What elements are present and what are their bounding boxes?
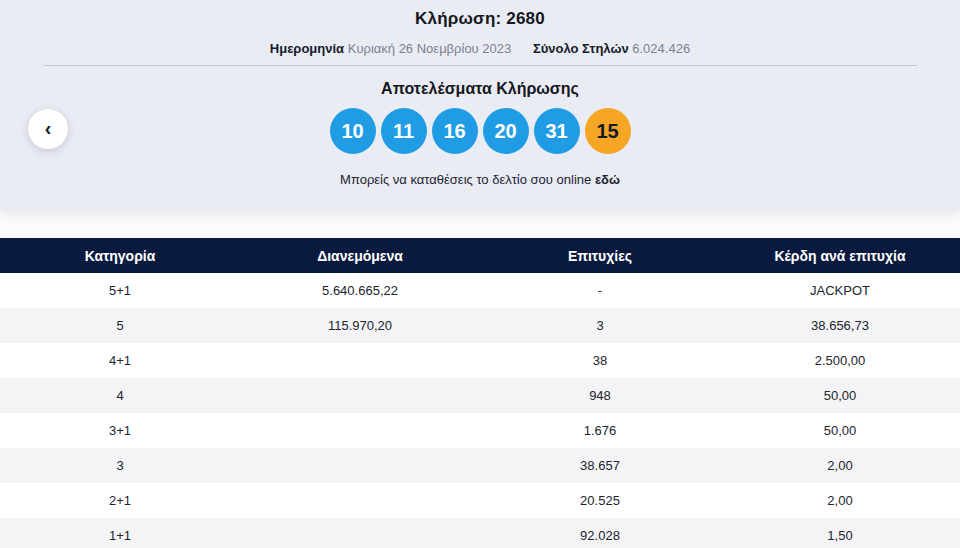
cell-category: 4+1 [0, 343, 240, 378]
draw-meta: Ημερομηνία Κυριακή 26 Νοεμβρίου 2023 Σύν… [0, 41, 960, 56]
prizes-table-section: Κατηγορία Διανεμόμενα Επιτυχίες Κέρδη αν… [0, 238, 960, 548]
table-header-row: Κατηγορία Διανεμόμενα Επιτυχίες Κέρδη αν… [0, 238, 960, 273]
table-row: 1+192.0281,50 [0, 518, 960, 548]
cell-winnings: 38.656,73 [720, 308, 960, 343]
table-row: 4+1382.500,00 [0, 343, 960, 378]
header-distributed: Διανεμόμενα [240, 238, 480, 273]
cell-distributed [240, 448, 480, 483]
prizes-table: Κατηγορία Διανεμόμενα Επιτυχίες Κέρδη αν… [0, 238, 960, 548]
results-title: Αποτελέσματα Κλήρωσης [0, 80, 960, 98]
cell-winners: 92.028 [480, 518, 720, 548]
cell-winnings: 50,00 [720, 413, 960, 448]
cell-distributed [240, 518, 480, 548]
draw-results-panel: Κλήρωση: 2680 Ημερομηνία Κυριακή 26 Νοεμ… [0, 0, 960, 210]
cell-winnings: 2,00 [720, 483, 960, 518]
winning-number-ball: 31 [534, 108, 580, 154]
winning-number-ball: 16 [432, 108, 478, 154]
cell-distributed [240, 378, 480, 413]
table-row: 3+11.67650,00 [0, 413, 960, 448]
cell-winners: 1.676 [480, 413, 720, 448]
draw-date: Ημερομηνία Κυριακή 26 Νοεμβρίου 2023 [270, 41, 515, 56]
page-title: Κλήρωση: 2680 [0, 0, 960, 29]
cell-winnings: 50,00 [720, 378, 960, 413]
table-row: 2+120.5252,00 [0, 483, 960, 518]
winning-numbers: 101116203115 [0, 108, 960, 154]
cell-distributed [240, 483, 480, 518]
header-category: Κατηγορία [0, 238, 240, 273]
cell-distributed [240, 343, 480, 378]
date-label: Ημερομηνία [270, 41, 344, 56]
total-columns: Σύνολο Στηλών 6.024.426 [533, 41, 690, 56]
cell-category: 3+1 [0, 413, 240, 448]
chevron-left-icon: ‹ [45, 118, 52, 138]
header-winners: Επιτυχίες [480, 238, 720, 273]
deposit-line: Μπορείς να καταθέσεις το δελτίο σου onli… [0, 172, 960, 187]
cell-winnings: 2,00 [720, 448, 960, 483]
deposit-link[interactable]: εδώ [595, 172, 620, 187]
cell-category: 2+1 [0, 483, 240, 518]
cell-winnings: 2.500,00 [720, 343, 960, 378]
cell-winners: 948 [480, 378, 720, 413]
cell-winners: 3 [480, 308, 720, 343]
divider [44, 65, 917, 66]
cell-winners: - [480, 273, 720, 308]
winning-number-ball: 20 [483, 108, 529, 154]
table-row: 5+15.640.665,22-JACKPOT [0, 273, 960, 308]
table-row: 494850,00 [0, 378, 960, 413]
header-winnings: Κέρδη ανά επιτυχία [720, 238, 960, 273]
cell-winnings: 1,50 [720, 518, 960, 548]
cell-category: 3 [0, 448, 240, 483]
date-value: Κυριακή 26 Νοεμβρίου 2023 [348, 41, 512, 56]
cell-category: 5+1 [0, 273, 240, 308]
cell-category: 4 [0, 378, 240, 413]
cell-winners: 38.657 [480, 448, 720, 483]
winning-number-ball: 11 [381, 108, 427, 154]
deposit-text: Μπορείς να καταθέσεις το δελτίο σου onli… [340, 172, 591, 187]
bonus-number-ball: 15 [585, 108, 631, 154]
cell-distributed: 115.970,20 [240, 308, 480, 343]
winning-number-ball: 10 [330, 108, 376, 154]
columns-label: Σύνολο Στηλών [533, 41, 629, 56]
cell-winners: 38 [480, 343, 720, 378]
cell-distributed: 5.640.665,22 [240, 273, 480, 308]
table-row: 5115.970,20338.656,73 [0, 308, 960, 343]
columns-value: 6.024.426 [632, 41, 690, 56]
cell-category: 1+1 [0, 518, 240, 548]
table-row: 338.6572,00 [0, 448, 960, 483]
cell-winnings: JACKPOT [720, 273, 960, 308]
cell-category: 5 [0, 308, 240, 343]
previous-draw-button[interactable]: ‹ [28, 109, 68, 149]
cell-winners: 20.525 [480, 483, 720, 518]
cell-distributed [240, 413, 480, 448]
